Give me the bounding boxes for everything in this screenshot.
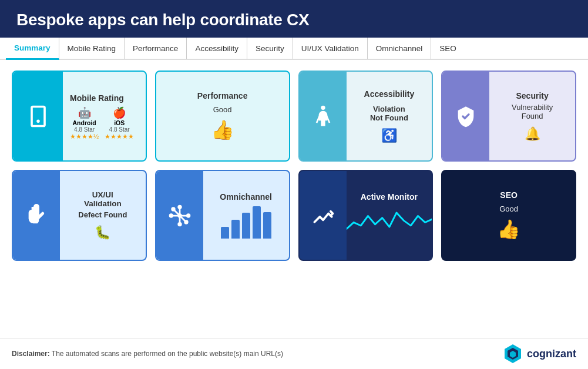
svg-line-13	[180, 216, 186, 222]
bug-icon: 🐛	[95, 225, 110, 240]
card-performance: Performance Good 👍	[155, 71, 290, 162]
omni-bars-chart	[221, 206, 271, 239]
touch-pointer-icon	[25, 204, 48, 227]
android-stars: ★★★★½	[70, 133, 99, 140]
accessibility-small-icon: ♿	[381, 128, 397, 143]
security-title: Security	[516, 91, 549, 100]
security-text-side: Security Vulnerability Found 🔔	[489, 91, 575, 142]
phone-icon	[25, 103, 51, 129]
omni-icon-side	[156, 171, 203, 260]
tab-mobile-rating[interactable]: Mobile Rating	[59, 38, 125, 59]
active-text-side: Active Monitor	[347, 192, 432, 239]
bar	[242, 213, 250, 239]
tab-uiux[interactable]: UI/UX Validation	[293, 38, 368, 59]
network-icon	[167, 203, 193, 229]
card-active-monitor: Active Monitor	[298, 170, 434, 261]
omni-title: Omnichannel	[220, 192, 272, 202]
accessibility-title: Accessibility	[364, 89, 415, 99]
active-monitor-title: Active Monitor	[361, 192, 418, 202]
active-icon-side	[300, 171, 347, 260]
page-header: Bespoke apps can help coordinate CX	[0, 0, 588, 38]
uxui-status: Defect Found	[78, 210, 127, 219]
page-title: Bespoke apps can help coordinate CX	[16, 11, 309, 29]
uxui-title: UX/UI Validation	[84, 190, 122, 208]
tabs-row: Summary Mobile Rating Performance Access…	[0, 38, 588, 60]
accessibility-icon-side	[300, 72, 347, 160]
disclaimer: Disclaimer: The automated scans are perf…	[12, 350, 283, 358]
svg-point-0	[321, 105, 325, 109]
seo-thumbsup-icon: 👍	[497, 218, 520, 240]
thumbsup-icon: 👍	[211, 119, 234, 141]
card-uxui: UX/UI Validation Defect Found 🐛	[12, 170, 147, 261]
ios-rating: 🍎 iOS 4.8 Star ★★★★★	[105, 106, 134, 140]
bar	[263, 212, 271, 239]
bar	[231, 220, 240, 239]
card-security: Security Vulnerability Found 🔔	[441, 71, 576, 162]
accessibility-text-side: Accessibility Violation Not Found ♿	[347, 89, 432, 143]
chart-arrow-icon	[310, 203, 336, 229]
accessibility-person-icon	[310, 103, 336, 129]
tab-summary[interactable]: Summary	[6, 38, 59, 60]
seo-status: Good	[499, 204, 518, 213]
card-seo: SEO Good 👍	[441, 170, 576, 261]
omni-text-side: Omnichannel	[203, 192, 289, 239]
cognizant-hex-icon	[502, 343, 523, 364]
sparkline-chart	[347, 206, 432, 239]
card-mobile-rating: Mobile Rating 🤖 Android 4.8 Star ★★★★½ 🍎…	[12, 71, 147, 162]
mobile-rating-title: Mobile Rating	[70, 93, 140, 103]
card-accessibility: Accessibility Violation Not Found ♿	[298, 71, 434, 162]
android-icon: 🤖	[78, 106, 91, 119]
card-omnichannel: Omnichannel	[155, 170, 290, 261]
tab-accessibility[interactable]: Accessibility	[187, 38, 247, 59]
security-icon-side	[442, 72, 489, 160]
tab-security[interactable]: Security	[247, 38, 293, 59]
android-rating: 🤖 Android 4.8 Star ★★★★½	[70, 106, 99, 140]
bar	[253, 206, 261, 239]
performance-title: Performance	[197, 91, 248, 100]
bar	[221, 227, 229, 239]
main-content: Mobile Rating 🤖 Android 4.8 Star ★★★★½ 🍎…	[0, 60, 588, 338]
svg-line-12	[173, 209, 180, 216]
uxui-icon-side	[13, 171, 60, 260]
tab-performance[interactable]: Performance	[125, 38, 187, 59]
accessibility-status: Violation Not Found	[370, 105, 408, 122]
tab-omnichannel[interactable]: Omnichannel	[368, 38, 432, 59]
tab-seo[interactable]: SEO	[431, 38, 465, 59]
ios-icon: 🍎	[113, 106, 126, 119]
mobile-ratings: 🤖 Android 4.8 Star ★★★★½ 🍎 iOS 4.8 Star …	[70, 106, 140, 140]
cognizant-logo: cognizant	[502, 343, 576, 364]
footer: Disclaimer: The automated scans are perf…	[0, 338, 588, 369]
mobile-icon-side	[13, 72, 63, 160]
ios-stars: ★★★★★	[105, 133, 134, 140]
shield-checkmark-icon	[454, 105, 478, 128]
mobile-text-side: Mobile Rating 🤖 Android 4.8 Star ★★★★½ 🍎…	[63, 88, 146, 145]
alert-bell-icon: 🔔	[525, 126, 540, 142]
performance-status: Good	[213, 105, 232, 114]
cards-grid: Mobile Rating 🤖 Android 4.8 Star ★★★★½ 🍎…	[12, 71, 576, 261]
uxui-text-side: UX/UI Validation Defect Found 🐛	[60, 190, 146, 240]
seo-title: SEO	[500, 190, 518, 200]
security-status: Vulnerability Found	[512, 103, 553, 120]
